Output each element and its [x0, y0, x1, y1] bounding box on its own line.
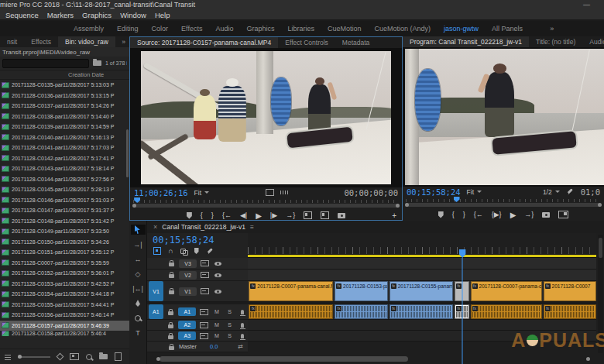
audio-clip[interactable]: fx [390, 304, 453, 319]
bin-item-row[interactable]: 20171128-C0148-panama-ca 11/28/2017 5:31… [0, 216, 129, 227]
menu-item[interactable]: Markers [47, 11, 74, 19]
bin-item-row[interactable]: 20171128-C0141-panama-ca 11/28/2017 5:17… [0, 143, 129, 153]
eye-icon[interactable] [212, 273, 223, 277]
insert-icon[interactable] [304, 211, 312, 219]
mark-in-button[interactable]: { [201, 211, 203, 219]
bin-item-row[interactable]: 20171128-C0142-panama-ca 11/28/2017 5:17… [0, 153, 129, 164]
sort-icon[interactable] [57, 353, 64, 361]
go-to-out-button[interactable]: →} [524, 211, 534, 218]
sync-lock-icon[interactable] [198, 309, 209, 315]
bin-item-row[interactable]: 20171128-C0145-panama-ca 11/28/2017 5:28… [0, 184, 129, 195]
sequence-tab[interactable]: Canal Transit_022218_jw-v1 [162, 223, 245, 231]
video-clip[interactable]: fx20171128-C0155-panama-cana [390, 281, 453, 301]
selection-tool[interactable] [131, 225, 146, 235]
timeline-playhead-line[interactable] [462, 258, 463, 364]
lock-icon[interactable] [166, 309, 177, 315]
close-icon[interactable]: × [153, 223, 157, 231]
lock-icon[interactable] [166, 272, 177, 278]
bin-item-row[interactable]: 20171128-C0146-panama-ca 11/28/2017 5:31… [0, 195, 129, 206]
bin-item-row[interactable]: 20171128-C0156-panama-ca 11/28/2017 5:46… [0, 310, 129, 321]
program-monitor-tab[interactable]: Program: Canal Transit_022218_jw-v1≡ [403, 36, 529, 47]
mark-out-button[interactable]: } [463, 211, 465, 218]
eye-icon[interactable] [212, 262, 223, 266]
scrollbar-thumb[interactable] [599, 238, 602, 258]
comparison-view-icon[interactable] [558, 211, 568, 218]
mute-button[interactable]: M [211, 333, 222, 338]
program-fit-dropdown[interactable]: Fit [467, 188, 482, 196]
bin-item-row[interactable]: 20171128-C0154-panama-ca 11/28/2017 5:44… [0, 289, 129, 300]
source-timecode[interactable]: 11;00;26;16 [134, 188, 188, 197]
timeline-ruler[interactable] [248, 233, 596, 258]
sync-lock-icon[interactable] [198, 333, 209, 339]
step-back-button[interactable]: ◀| [240, 211, 247, 219]
search-input[interactable] [2, 59, 89, 68]
eye-icon[interactable] [212, 290, 223, 294]
solo-button[interactable]: S [225, 322, 235, 328]
a2-source-patch[interactable] [149, 320, 163, 330]
workspace-tab[interactable]: Effects≡ [181, 25, 202, 33]
video-clip[interactable]: fx20171128-C0007-panama-canal.MP4 [249, 281, 333, 301]
step-forward-button[interactable]: |▶ [270, 211, 277, 219]
timeline-horizontal-scrollbar[interactable] [155, 356, 592, 362]
zoom-bar-right-knob[interactable] [598, 203, 602, 207]
zoom-bar-left-knob[interactable] [405, 203, 409, 207]
pen-tool[interactable] [131, 298, 146, 308]
minimize-button[interactable]: — [583, 0, 590, 10]
bin-item-row[interactable]: 20171128-C0135-panama-ca 11/28/2017 5:13… [0, 80, 129, 91]
creation-date-column[interactable]: Creation Date [68, 71, 104, 78]
program-monitor-tab[interactable]: Audio Track Mixer: Can≡ [582, 36, 604, 47]
lock-icon[interactable] [166, 333, 177, 339]
timeline-settings-icon[interactable] [206, 248, 212, 254]
program-playhead[interactable] [454, 197, 460, 202]
sync-lock-icon[interactable] [199, 272, 210, 278]
zoom-bar-track[interactable] [405, 203, 602, 207]
button-editor-plus-icon[interactable]: + [392, 211, 396, 220]
drag-audio-icon[interactable] [280, 191, 288, 194]
menu-item[interactable]: Graphics [82, 11, 112, 19]
workspace-tab[interactable]: Libraries≡ [287, 25, 314, 33]
work-area-bar[interactable] [248, 255, 596, 257]
sync-lock-icon[interactable] [198, 322, 209, 328]
bin-item-row[interactable]: 20171128-C0158-panama-ca 11/28/2017 5:46… [0, 331, 129, 336]
bin-item-row[interactable]: 20171128-C0140-panama-ca 11/28/2017 5:16… [0, 132, 129, 143]
bin-item-row[interactable]: 20171128-C0147-panama-ca 11/28/2017 5:31… [0, 205, 129, 216]
a1-track-button[interactable]: A1 [178, 307, 196, 316]
v3-source-patch[interactable] [149, 258, 163, 269]
mark-out-button[interactable]: } [211, 211, 214, 219]
overwrite-icon[interactable] [321, 211, 329, 219]
a3-track-button[interactable]: A3 [178, 331, 196, 340]
workspace-tab[interactable]: Assembly≡ [74, 25, 104, 33]
sync-lock-icon[interactable] [199, 260, 210, 266]
audio-clip[interactable]: fx [471, 304, 542, 319]
bin-item-row[interactable]: 20171128-C0151-panama-ca 11/28/2017 5:35… [0, 247, 129, 258]
source-monitor-tab[interactable]: Effect Controls≡ [278, 37, 335, 48]
bin-item-row[interactable]: 20171128-C0150-panama-ca 11/28/2017 5:34… [0, 237, 129, 248]
menu-item[interactable]: Window [120, 11, 146, 19]
audio-clip[interactable]: fx [335, 304, 388, 319]
lane-v2[interactable] [248, 270, 596, 281]
zoom-handle-right[interactable] [586, 357, 590, 361]
thumbnail-zoom-slider[interactable] [18, 356, 50, 358]
drag-video-icon[interactable] [266, 189, 274, 196]
lock-icon[interactable] [166, 322, 177, 328]
sync-lock-icon[interactable] [199, 288, 210, 294]
program-monitor-tab[interactable]: Title: (no title)≡ [529, 36, 582, 47]
solo-button[interactable]: S [225, 309, 235, 314]
mic-icon[interactable] [237, 323, 248, 328]
source-zoom-bar[interactable] [132, 203, 400, 208]
add-marker-icon[interactable] [194, 248, 199, 254]
settings-wrench-icon[interactable] [566, 188, 572, 194]
video-clip[interactable]: fx20171128-C0007 [544, 281, 596, 301]
snap-icon[interactable]: ∩ [168, 248, 173, 254]
lock-icon[interactable] [166, 288, 177, 294]
go-to-in-button[interactable]: {← [222, 211, 232, 219]
scrollbar-thumb[interactable] [160, 356, 408, 362]
lock-icon[interactable] [166, 344, 177, 350]
solo-button[interactable]: S [225, 333, 235, 338]
find-icon[interactable] [86, 354, 92, 360]
bin-item-row[interactable]: 20171128-C0137-panama-ca 11/28/2017 5:14… [0, 101, 129, 112]
lock-icon[interactable] [166, 260, 177, 266]
mute-button[interactable]: M [211, 322, 222, 328]
play-button[interactable]: ▶ [510, 211, 516, 219]
workspace-overflow-icon[interactable]: » [550, 25, 554, 33]
